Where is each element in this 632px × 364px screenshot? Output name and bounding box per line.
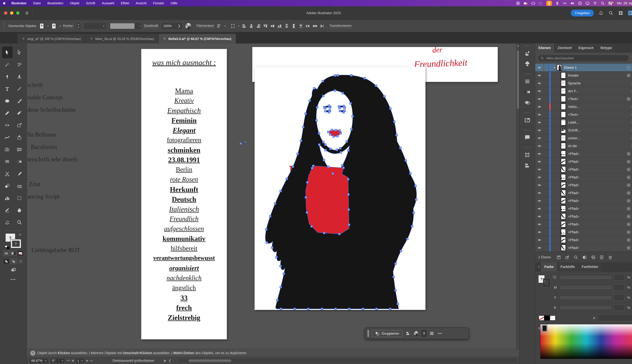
canvas[interactable]: schriftriable Conceptdene Schriftschnitt… (27, 44, 519, 349)
anchor-point[interactable] (318, 132, 320, 134)
visibility-eye-icon[interactable] (535, 118, 544, 126)
dock-grip[interactable] (524, 147, 530, 148)
opacity-field[interactable]: 100%❯ (161, 22, 183, 30)
anchor-point[interactable] (283, 272, 285, 275)
layer-row[interactable]: <Pfad> (535, 174, 632, 181)
anchor-point[interactable] (302, 126, 304, 128)
align-icon[interactable] (524, 162, 531, 169)
align-vcenter-icon[interactable] (270, 24, 275, 28)
stray-anchor[interactable] (245, 141, 246, 142)
last-artboard-icon[interactable]: ⏭ (90, 359, 93, 362)
figure-word[interactable]: kommunikativ (413, 291, 416, 306)
comments-icon[interactable] (524, 134, 531, 141)
zoom-button[interactable] (16, 11, 20, 14)
scissors-tool[interactable] (2, 168, 12, 180)
curvature-tool[interactable] (14, 71, 25, 82)
anchor-point[interactable] (348, 194, 350, 196)
target-circle-icon[interactable] (627, 222, 630, 226)
anchor-point[interactable] (331, 129, 333, 131)
anchor-point[interactable] (311, 167, 313, 169)
apple-menu-icon[interactable] (2, 1, 6, 5)
anchor-point[interactable] (309, 100, 311, 102)
panel-collapse-icon[interactable]: ⇳ (535, 265, 541, 268)
anchor-point[interactable] (340, 152, 342, 154)
visibility-eye-icon[interactable] (535, 181, 544, 189)
menu-item-effekt[interactable]: Effekt (120, 1, 130, 5)
new-sublayer-icon[interactable] (589, 254, 598, 260)
workspace-icon[interactable] (628, 10, 632, 16)
target-circle-icon[interactable] (627, 176, 630, 179)
distribute-top-icon[interactable] (284, 24, 289, 28)
anchor-point[interactable] (328, 105, 330, 107)
anchor-point[interactable] (318, 144, 320, 146)
none-black-white-swatches[interactable] (539, 316, 556, 320)
target-circle-icon[interactable] (627, 246, 630, 249)
distribute-bottom-icon[interactable] (298, 24, 303, 28)
visibility-eye-icon[interactable] (535, 236, 544, 244)
layer-row[interactable]: <Text> (535, 111, 632, 118)
layer-row[interactable]: LieblingsfarbeLiebli... (535, 118, 632, 126)
layer-thumbnail[interactable]: universelle (561, 135, 566, 141)
tab-retype[interactable]: Retype (597, 43, 616, 52)
channel-value-field[interactable] (614, 284, 625, 291)
eraser-tool[interactable] (14, 107, 25, 119)
tab-ebenen[interactable]: Ebenen (535, 43, 554, 52)
align-bottom-icon[interactable] (277, 24, 282, 28)
visibility-eye-icon[interactable] (535, 64, 544, 71)
anchor-point[interactable] (294, 308, 296, 310)
anchor-point[interactable] (310, 225, 312, 227)
layer-row[interactable]: <Text> (535, 95, 632, 103)
anchor-point[interactable] (364, 77, 366, 79)
anchor-point[interactable] (347, 178, 349, 180)
anchor-point[interactable] (342, 92, 344, 94)
locate-icon[interactable] (572, 254, 580, 260)
lock-column[interactable] (544, 95, 549, 103)
layer-name[interactable]: <Pfad> (568, 230, 579, 234)
color-wheel-icon[interactable] (414, 331, 419, 336)
pen-tool[interactable] (2, 71, 12, 82)
channel-value-field[interactable] (614, 304, 625, 311)
anchor-point[interactable] (323, 159, 325, 161)
play-icon[interactable] (578, 1, 582, 5)
horizontal-scrollbar[interactable] (178, 359, 517, 362)
symbol-sprayer-tool[interactable] (14, 180, 25, 192)
puppet-warp-tool[interactable] (14, 132, 25, 143)
layer-row[interactable]: Vekto... (535, 103, 632, 111)
layer-thumbnail[interactable]: ███ ██ ██ ███ ███ (561, 127, 566, 134)
anchor-point[interactable] (348, 308, 350, 310)
visibility-eye-icon[interactable] (535, 134, 544, 142)
layer-thumbnail[interactable]: ist die (561, 142, 566, 149)
anchor-point[interactable] (316, 106, 318, 108)
anchor-point[interactable] (307, 308, 309, 310)
target-circle-icon[interactable] (627, 160, 630, 163)
visibility-eye-icon[interactable] (535, 111, 544, 118)
anchor-point[interactable] (330, 148, 332, 150)
lock-column[interactable] (544, 126, 549, 134)
anchor-point[interactable] (322, 141, 324, 143)
search-icon[interactable] (601, 1, 605, 5)
gradient-icon[interactable] (524, 88, 531, 96)
anchor-point[interactable] (328, 166, 330, 168)
gradient-button[interactable] (10, 250, 16, 256)
minimize-button[interactable] (10, 11, 14, 14)
anchor-point[interactable] (350, 74, 352, 76)
wifi-icon[interactable] (593, 1, 597, 5)
brush-definition-select[interactable]: ▾ (109, 22, 142, 30)
anchor-point[interactable] (280, 286, 282, 288)
document-tab[interactable]: ✕Marc_illu.ai @ 33,33 % (RGB/Vorschau) (86, 34, 159, 44)
visibility-eye-icon[interactable] (535, 150, 544, 158)
layer-name[interactable]: <Text> (568, 112, 578, 116)
layer-name[interactable]: ist die (568, 144, 577, 148)
target-circle-icon[interactable] (627, 207, 630, 210)
anchor-point[interactable] (316, 120, 318, 122)
layer-row[interactable]: <Pfad> (535, 158, 632, 166)
vertical-scrollbar[interactable]: ▲ (516, 44, 519, 349)
anchor-point[interactable] (341, 164, 343, 166)
layer-row[interactable]: ███ ██ ██ ███ ███Schrift... (535, 126, 632, 134)
lasso-tool[interactable] (14, 59, 25, 70)
layer-row[interactable]: <Pfad> (535, 166, 632, 174)
draw-normal-button[interactable] (3, 258, 10, 264)
menu-item-objekt[interactable]: Objekt (69, 1, 80, 5)
transform-label[interactable]: Transformieren (330, 24, 352, 28)
anchor-point[interactable] (280, 265, 282, 267)
